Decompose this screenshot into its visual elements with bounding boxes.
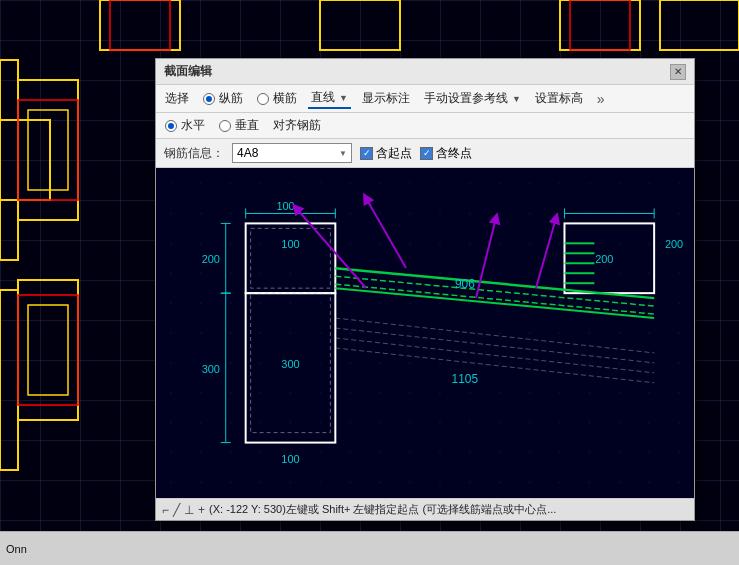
status-message: (X: -122 Y: 530)左键或 Shift+ 左键指定起点 (可选择线筋…: [209, 502, 688, 517]
show-annotation[interactable]: 显示标注: [359, 89, 413, 108]
dialog-title: 截面编辑: [164, 63, 212, 80]
svg-rect-11: [320, 0, 400, 50]
svg-rect-5: [0, 290, 18, 470]
svg-rect-0: [0, 60, 18, 260]
close-button[interactable]: ✕: [670, 64, 686, 80]
svg-rect-8: [28, 305, 68, 395]
bottom-onn-label: Onn: [6, 543, 27, 555]
set-elevation[interactable]: 设置标高: [532, 89, 586, 108]
horizontal-radio[interactable]: 水平: [162, 116, 208, 135]
svg-rect-1: [0, 120, 50, 200]
vertical-radio-dot: [219, 120, 231, 132]
more-tools[interactable]: »: [594, 90, 608, 108]
transverse-radio[interactable]: 横筋: [254, 89, 300, 108]
svg-text:200: 200: [595, 253, 613, 265]
steel-info-row: 钢筋信息： 4A8 ▼ ✓ 含起点 ✓ 含终点: [156, 139, 694, 168]
svg-rect-12: [560, 0, 640, 50]
svg-rect-3: [18, 100, 78, 200]
end-check-box: ✓: [420, 147, 433, 160]
cad-drawing-svg: 100 200 200 300 100 300 100 906: [156, 168, 694, 498]
svg-text:100: 100: [281, 453, 299, 465]
end-point-checkbox[interactable]: ✓ 含终点: [420, 145, 472, 162]
perp-icon: ⊥: [184, 503, 194, 517]
longitudinal-radio[interactable]: 纵筋: [200, 89, 246, 108]
start-check-box: ✓: [360, 147, 373, 160]
steel-value-dropdown[interactable]: 4A8 ▼: [232, 143, 352, 163]
dropdown-arrow-icon: ▼: [339, 149, 347, 158]
svg-text:300: 300: [202, 363, 220, 375]
section-editor-dialog: 截面编辑 ✕ 选择 纵筋 横筋 直线 ▼ 显示标注 手动设置参考线 ▼ 设置标高: [155, 58, 695, 521]
dialog-titlebar: 截面编辑 ✕: [156, 59, 694, 85]
svg-text:100: 100: [276, 200, 294, 212]
vertical-radio[interactable]: 垂直: [216, 116, 262, 135]
svg-text:906: 906: [455, 277, 475, 291]
main-statusbar: Onn: [0, 531, 739, 565]
svg-rect-13: [570, 0, 630, 50]
select-tool[interactable]: 选择: [162, 89, 192, 108]
svg-text:200: 200: [202, 253, 220, 265]
transverse-radio-dot: [257, 93, 269, 105]
svg-text:200: 200: [665, 238, 683, 250]
steel-info-label: 钢筋信息：: [164, 145, 224, 162]
svg-text:300: 300: [281, 358, 299, 370]
line-icon: ╱: [173, 503, 180, 517]
manual-dropdown-arrow: ▼: [512, 94, 521, 104]
svg-text:1105: 1105: [452, 372, 479, 386]
horizontal-radio-dot: [165, 120, 177, 132]
svg-rect-10: [110, 0, 170, 50]
svg-rect-18: [156, 169, 694, 498]
svg-text:100: 100: [281, 238, 299, 250]
longitudinal-radio-dot: [203, 93, 215, 105]
svg-rect-6: [18, 280, 78, 420]
svg-rect-7: [18, 295, 78, 405]
start-point-checkbox[interactable]: ✓ 含起点: [360, 145, 412, 162]
toolbar-row1: 选择 纵筋 横筋 直线 ▼ 显示标注 手动设置参考线 ▼ 设置标高 »: [156, 85, 694, 113]
align-steel[interactable]: 对齐钢筋: [270, 116, 324, 135]
line-tool[interactable]: 直线 ▼: [308, 88, 351, 109]
manual-reference[interactable]: 手动设置参考线 ▼: [421, 89, 524, 108]
line-dropdown-arrow: ▼: [339, 93, 348, 103]
toolbar-row2: 水平 垂直 对齐钢筋: [156, 113, 694, 139]
svg-rect-4: [28, 110, 68, 190]
svg-rect-9: [100, 0, 180, 50]
corner-icon: ⌐: [162, 503, 169, 517]
cad-drawing-area[interactable]: 100 200 200 300 100 300 100 906: [156, 168, 694, 498]
dialog-statusbar: ⌐ ╱ ⊥ + (X: -122 Y: 530)左键或 Shift+ 左键指定起…: [156, 498, 694, 520]
plus-icon: +: [198, 503, 205, 517]
svg-rect-14: [660, 0, 739, 50]
